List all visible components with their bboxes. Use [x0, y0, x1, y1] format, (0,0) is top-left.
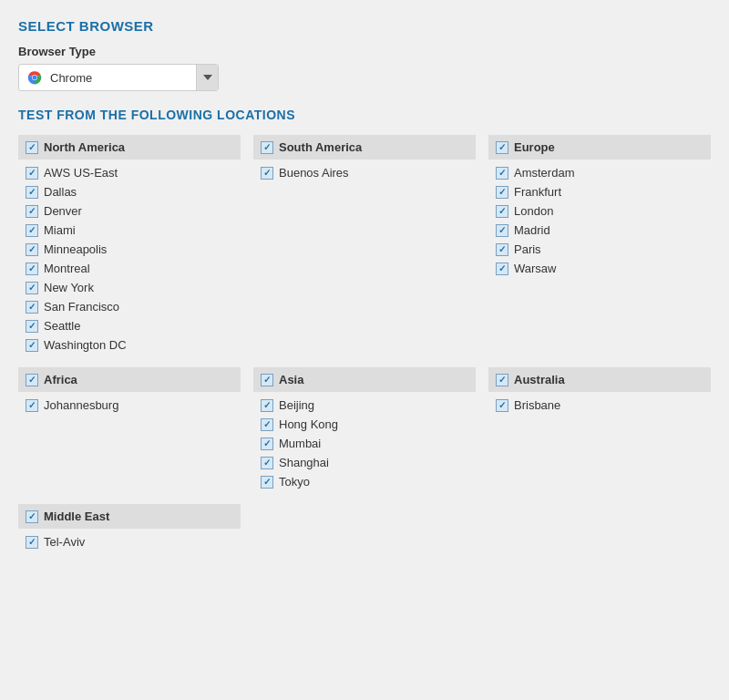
region-europe-checkbox[interactable]: [496, 141, 508, 154]
city-tel-aviv-checkbox[interactable]: [26, 536, 38, 549]
city-miami-checkbox[interactable]: [26, 224, 38, 237]
list-item: Beijing: [253, 396, 476, 415]
city-seattle-checkbox[interactable]: [26, 320, 38, 333]
city-mumbai-label: Mumbai: [279, 437, 321, 450]
browser-select[interactable]: Chrome: [18, 64, 219, 91]
list-item: Frankfurt: [488, 182, 711, 201]
city-montreal-label: Montreal: [44, 262, 90, 275]
list-item: Amsterdam: [488, 163, 711, 182]
city-denver-label: Denver: [44, 204, 82, 218]
city-miami-label: Miami: [44, 223, 76, 237]
city-warsaw-checkbox[interactable]: [496, 262, 508, 275]
region-europe-label: Europe: [514, 140, 555, 154]
city-beijing-checkbox[interactable]: [261, 399, 273, 412]
city-tokyo-checkbox[interactable]: [261, 476, 273, 489]
region-middle-east-label: Middle East: [44, 510, 109, 523]
chrome-icon: [26, 69, 43, 86]
region-asia: Asia Beijing Hong Kong Mumbai Shanghai T…: [253, 367, 476, 491]
list-item: Mumbai: [253, 434, 476, 453]
city-frankfurt-checkbox[interactable]: [496, 186, 508, 199]
city-washington-dc-checkbox[interactable]: [26, 339, 38, 352]
city-brisbane-label: Brisbane: [514, 398, 560, 412]
city-madrid-checkbox[interactable]: [496, 224, 508, 237]
list-item: Brisbane: [488, 396, 711, 415]
city-aws-us-east-label: AWS US-East: [44, 166, 118, 180]
browser-type-label: Browser Type: [18, 45, 711, 58]
region-middle-east: Middle East Tel-Aviv: [18, 504, 241, 551]
list-item: Miami: [18, 221, 241, 240]
city-buenos-aires-checkbox[interactable]: [261, 167, 273, 180]
list-item: Johannesburg: [18, 396, 241, 415]
city-tel-aviv-label: Tel-Aviv: [44, 535, 85, 549]
list-item: Denver: [18, 201, 241, 221]
region-south-america: South America Buenos Aires: [253, 135, 476, 182]
city-minneapolis-checkbox[interactable]: [26, 243, 38, 256]
city-mumbai-checkbox[interactable]: [261, 438, 273, 450]
city-london-label: London: [514, 204, 553, 218]
region-south-america-header: South America: [253, 135, 476, 160]
region-africa: Africa Johannesburg: [18, 367, 241, 415]
city-shanghai-label: Shanghai: [279, 456, 329, 469]
city-madrid-label: Madrid: [514, 223, 550, 237]
list-item: Warsaw: [488, 259, 711, 278]
region-asia-checkbox[interactable]: [261, 374, 273, 386]
list-item: London: [488, 201, 711, 221]
list-item: Paris: [488, 240, 711, 259]
list-item: Buenos Aires: [253, 163, 476, 182]
region-europe: Europe Amsterdam Frankfurt London Madrid…: [488, 135, 711, 278]
city-johannesburg-checkbox[interactable]: [26, 399, 38, 412]
city-johannesburg-label: Johannesburg: [44, 398, 118, 412]
list-item: Seattle: [18, 316, 241, 335]
dropdown-arrow-icon[interactable]: [196, 65, 218, 90]
region-australia-checkbox[interactable]: [496, 374, 508, 386]
region-north-america-header: North America: [18, 135, 241, 160]
list-item: Dallas: [18, 182, 241, 201]
list-item: Washington DC: [18, 335, 241, 355]
list-item: San Francisco: [18, 297, 241, 316]
city-brisbane-checkbox[interactable]: [496, 399, 508, 412]
city-seattle-label: Seattle: [44, 319, 80, 333]
list-item: Tokyo: [253, 472, 476, 491]
svg-point-2: [33, 76, 37, 80]
region-north-america-checkbox[interactable]: [26, 141, 38, 154]
city-dallas-label: Dallas: [44, 185, 77, 199]
list-item: Montreal: [18, 259, 241, 278]
region-australia-label: Australia: [514, 373, 565, 386]
city-san-francisco-label: San Francisco: [44, 300, 119, 314]
list-item: Madrid: [488, 221, 711, 240]
city-tokyo-label: Tokyo: [279, 475, 310, 489]
city-paris-label: Paris: [514, 242, 541, 256]
locations-last-grid: Middle East Tel-Aviv: [18, 504, 711, 551]
region-south-america-checkbox[interactable]: [261, 141, 273, 154]
locations-section-title: TEST FROM THE FOLLOWING LOCATIONS: [18, 108, 711, 122]
city-montreal-checkbox[interactable]: [26, 262, 38, 275]
region-australia-header: Australia: [488, 367, 711, 392]
region-asia-header: Asia: [253, 367, 476, 392]
city-san-francisco-checkbox[interactable]: [26, 301, 38, 314]
city-dallas-checkbox[interactable]: [26, 186, 38, 199]
region-europe-header: Europe: [488, 135, 711, 160]
city-buenos-aires-label: Buenos Aires: [279, 166, 349, 180]
city-aws-us-east-checkbox[interactable]: [26, 167, 38, 180]
city-paris-checkbox[interactable]: [496, 243, 508, 256]
city-washington-dc-label: Washington DC: [44, 338, 127, 352]
list-item: Tel-Aviv: [18, 532, 241, 551]
city-london-checkbox[interactable]: [496, 205, 508, 218]
list-item: New York: [18, 278, 241, 297]
city-shanghai-checkbox[interactable]: [261, 457, 273, 469]
page-title: SELECT BROWSER: [18, 18, 711, 34]
city-hong-kong-checkbox[interactable]: [261, 418, 273, 431]
region-australia: Australia Brisbane: [488, 367, 711, 415]
region-middle-east-checkbox[interactable]: [26, 510, 38, 523]
list-item: AWS US-East: [18, 163, 241, 182]
region-africa-checkbox[interactable]: [26, 374, 38, 386]
city-warsaw-label: Warsaw: [514, 262, 556, 275]
list-item: Minneapolis: [18, 240, 241, 259]
city-amsterdam-checkbox[interactable]: [496, 167, 508, 180]
city-new-york-checkbox[interactable]: [26, 282, 38, 294]
chevron-down-icon: [203, 75, 212, 80]
region-asia-label: Asia: [279, 373, 303, 386]
region-middle-east-header: Middle East: [18, 504, 241, 529]
region-africa-header: Africa: [18, 367, 241, 392]
city-denver-checkbox[interactable]: [26, 205, 38, 218]
